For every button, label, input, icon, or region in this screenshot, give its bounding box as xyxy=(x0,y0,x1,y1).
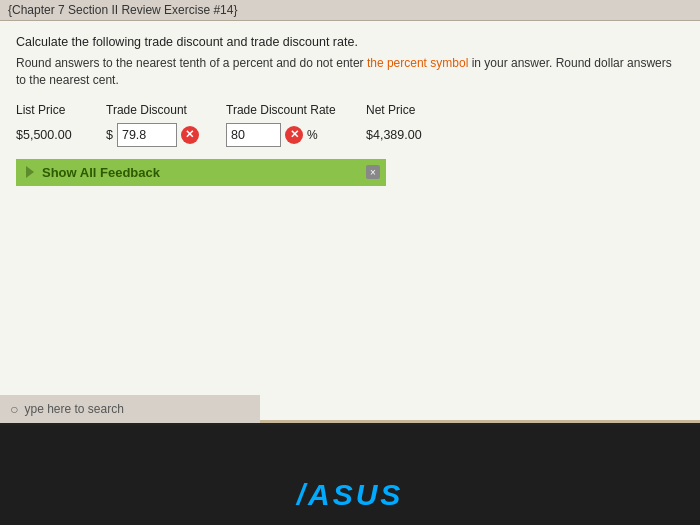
trade-discount-rate-error-icon[interactable]: ✕ xyxy=(285,126,303,144)
title-bar: {Chapter 7 Section II Review Exercise #1… xyxy=(0,0,700,21)
bottom-bg: /ASUS xyxy=(0,425,700,525)
asus-logo-text: /ASUS xyxy=(297,478,404,512)
feedback-label: Show All Feedback xyxy=(42,165,160,180)
title-bar-text: {Chapter 7 Section II Review Exercise #1… xyxy=(8,3,237,17)
exercise-table: List Price Trade Discount Trade Discount… xyxy=(16,103,684,147)
header-trade-discount-rate: Trade Discount Rate xyxy=(226,103,366,117)
table-data-row: $5,500.00 $ ✕ ✕ % $4,389.00 xyxy=(16,123,684,147)
header-net-price: Net Price xyxy=(366,103,466,117)
table-header-row: List Price Trade Discount Trade Discount… xyxy=(16,103,684,117)
percent-label: % xyxy=(307,128,318,142)
cell-list-price: $5,500.00 xyxy=(16,128,106,142)
cell-trade-discount: $ ✕ xyxy=(106,123,226,147)
feedback-bar[interactable]: Show All Feedback × xyxy=(16,159,386,186)
cell-net-price: $4,389.00 xyxy=(366,128,466,142)
browser-window: {Chapter 7 Section II Review Exercise #1… xyxy=(0,0,700,420)
search-placeholder: ype here to search xyxy=(24,402,123,416)
instruction-line2: Round answers to the nearest tenth of a … xyxy=(16,55,684,89)
feedback-arrow-icon xyxy=(26,166,34,178)
trade-discount-error-icon[interactable]: ✕ xyxy=(181,126,199,144)
header-trade-discount: Trade Discount xyxy=(106,103,226,117)
dollar-prefix: $ xyxy=(106,128,113,142)
instruction-line1: Calculate the following trade discount a… xyxy=(16,35,684,49)
search-circle-icon: ○ xyxy=(10,401,18,417)
page-content: Calculate the following trade discount a… xyxy=(0,21,700,196)
trade-discount-rate-input[interactable] xyxy=(226,123,281,147)
search-bar-area[interactable]: ○ ype here to search xyxy=(0,395,260,423)
header-list-price: List Price xyxy=(16,103,106,117)
trade-discount-input[interactable] xyxy=(117,123,177,147)
asus-logo: /ASUS xyxy=(297,465,404,525)
feedback-close-icon[interactable]: × xyxy=(366,165,380,179)
cell-trade-discount-rate: ✕ % xyxy=(226,123,366,147)
